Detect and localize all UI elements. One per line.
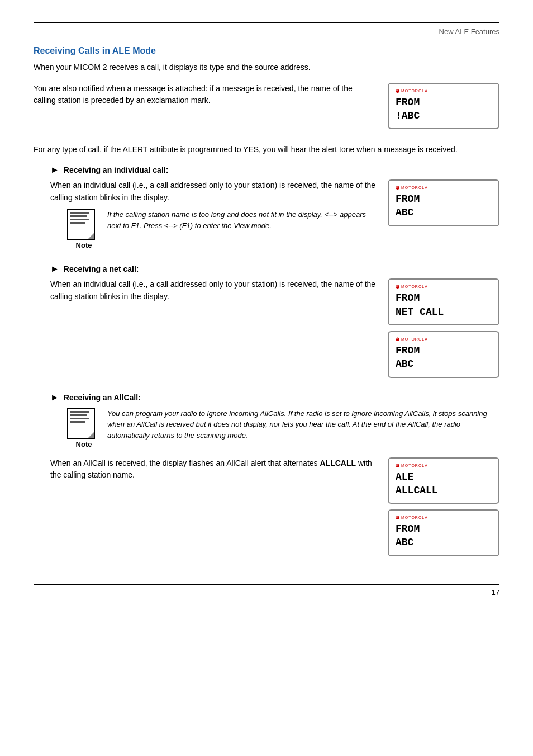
motorola-text-3: MOTOROLA: [401, 285, 428, 289]
subsection-allcall-heading: ► Receiving an AllCall:: [50, 393, 499, 403]
device-display-allcall1: ◕ MOTOROLA ALE ALLCALL: [388, 457, 499, 504]
individual-call-content: When an individual call (i.e., a call ad…: [50, 179, 499, 255]
motorola-m-2: ◕: [396, 185, 400, 190]
subsection-netcall-heading: ► Receiving a net call:: [50, 264, 499, 274]
individual-display-line2: ABC: [396, 206, 492, 219]
netcall-body: When an individual call (i.e., a call ad…: [50, 278, 377, 303]
motorola-m-4: ◕: [396, 337, 400, 342]
intro-text-col: You are also notified when a message is …: [34, 83, 377, 112]
allcall-body-pre: When an AllCall is received, the display…: [50, 459, 320, 467]
page: New ALE Features Receiving Calls in ALE …: [0, 0, 533, 630]
motorola-text-6: MOTOROLA: [401, 516, 428, 519]
arrow-icon-2: ►: [50, 264, 59, 274]
note-label-2: Note: [67, 440, 101, 448]
note-line-3: [70, 219, 89, 220]
note-line-a4: [70, 421, 85, 423]
intro-paragraph-2: You are also notified when a message is …: [34, 83, 377, 107]
device-display-individual: ◕ MOTOROLA FROM ABC: [388, 179, 499, 226]
allcall-note-block: Note You can program your radio to ignor…: [67, 408, 499, 448]
header-right: New ALE Features: [34, 27, 499, 36]
note-line-a2: [70, 414, 87, 416]
device-display-netcall2: ◕ MOTOROLA FROM ABC: [388, 331, 499, 378]
allcall-display2-line1: FROM: [396, 522, 492, 536]
display-line2-exc: !ABC: [396, 109, 492, 122]
note-graphic-2: [67, 408, 95, 439]
individual-display-line1: FROM: [396, 192, 492, 206]
intro-with-display: You are also notified when a message is …: [34, 83, 499, 135]
allcall-display-col: ◕ MOTOROLA ALE ALLCALL ◕ MOTOROLA FROM: [388, 457, 499, 562]
netcall-content: When an individual call (i.e., a call ad…: [50, 278, 499, 383]
netcall-display-col: ◕ MOTOROLA FROM NET CALL ◕ MOTOROLA FROM…: [388, 278, 499, 383]
motorola-text-2: MOTOROLA: [401, 186, 428, 190]
netcall-heading-label: Receiving a net call:: [64, 264, 139, 273]
note-corner-2: [88, 432, 94, 438]
device-display-allcall2: ◕ MOTOROLA FROM ABC: [388, 509, 499, 556]
motorola-logo-3: ◕ MOTOROLA: [396, 284, 492, 289]
display-line1-exc: FROM: [396, 96, 492, 109]
allcall-heading-label: Receiving an AllCall:: [64, 393, 141, 402]
motorola-m-3: ◕: [396, 284, 400, 289]
netcall-display1-line1: FROM: [396, 291, 492, 305]
note-line-4: [70, 222, 85, 224]
footer: 17: [34, 584, 499, 597]
motorola-text-1: MOTOROLA: [401, 89, 428, 93]
header-text: New ALE Features: [439, 27, 499, 36]
subsection-individual-heading: ► Receiving an individual call:: [50, 165, 499, 175]
header-line: [34, 22, 499, 23]
note-line-a3: [70, 418, 89, 419]
individual-heading-label: Receiving an individual call:: [64, 166, 169, 174]
note-graphic-1: [67, 209, 95, 240]
individual-display-text: FROM ABC: [396, 192, 492, 220]
motorola-logo-1: ◕ MOTOROLA: [396, 88, 492, 93]
arrow-icon-3: ►: [50, 393, 59, 403]
note-line-1: [70, 212, 89, 214]
allcall-display1-line1: ALE: [396, 470, 492, 484]
display-exclamation-col: ◕ MOTOROLA FROM !ABC: [388, 83, 499, 135]
motorola-text-5: MOTOROLA: [401, 464, 428, 467]
allcall-display1-line2: ALLCALL: [396, 484, 492, 497]
motorola-m-5: ◕: [396, 463, 400, 468]
motorola-logo-6: ◕ MOTOROLA: [396, 515, 492, 520]
allcall-content: Note You can program your radio to ignor…: [50, 408, 499, 562]
individual-note-block: Note If the calling station name is too …: [67, 209, 377, 249]
note-icon-1: Note: [67, 209, 101, 249]
netcall-display2-line1: FROM: [396, 344, 492, 357]
note-line-2: [70, 215, 87, 217]
allcall-body-col: When an AllCall is received, the display…: [50, 457, 377, 487]
intro-paragraph-3: For any type of call, if the ALERT attri…: [34, 144, 499, 156]
allcall-display2-line2: ABC: [396, 536, 492, 549]
allcall-body-text: When an AllCall is received, the display…: [50, 457, 377, 481]
note-line-a1: [70, 411, 89, 413]
page-number: 17: [492, 588, 499, 597]
allcall-bold: ALLCALL: [320, 459, 356, 467]
note-label-1: Note: [67, 241, 101, 249]
allcall-display2-text: FROM ABC: [396, 522, 492, 550]
arrow-icon-1: ►: [50, 165, 59, 175]
netcall-text-col: When an individual call (i.e., a call ad…: [50, 278, 377, 308]
netcall-display1-text: FROM NET CALL: [396, 291, 492, 319]
device-display-netcall1: ◕ MOTOROLA FROM NET CALL: [388, 278, 499, 325]
motorola-logo-5: ◕ MOTOROLA: [396, 463, 492, 468]
motorola-m-1: ◕: [396, 88, 400, 93]
motorola-m-6: ◕: [396, 515, 400, 520]
motorola-logo-4: ◕ MOTOROLA: [396, 337, 492, 342]
note-icon-2: Note: [67, 408, 101, 448]
individual-text-col: When an individual call (i.e., a call ad…: [50, 179, 377, 255]
motorola-text-4: MOTOROLA: [401, 337, 428, 341]
netcall-display2-text: FROM ABC: [396, 344, 492, 371]
allcall-body-section: When an AllCall is received, the display…: [50, 457, 499, 562]
allcall-display1-text: ALE ALLCALL: [396, 470, 492, 498]
note-corner-1: [88, 233, 94, 239]
individual-display-col: ◕ MOTOROLA FROM ABC: [388, 179, 499, 232]
motorola-logo-2: ◕ MOTOROLA: [396, 185, 492, 190]
section-title: Receiving Calls in ALE Mode: [34, 46, 499, 56]
allcall-note-text: You can program your radio to ignore inc…: [107, 408, 499, 441]
individual-note-text: If the calling station name is too long …: [107, 209, 377, 231]
netcall-display1-line2: NET CALL: [396, 305, 492, 319]
display-exclamation-text: FROM !ABC: [396, 96, 492, 123]
device-display-exclamation: ◕ MOTOROLA FROM !ABC: [388, 83, 499, 130]
individual-body: When an individual call (i.e., a call ad…: [50, 179, 377, 204]
netcall-display2-line2: ABC: [396, 357, 492, 371]
intro-paragraph-1: When your MICOM 2 receives a call, it di…: [34, 62, 499, 74]
